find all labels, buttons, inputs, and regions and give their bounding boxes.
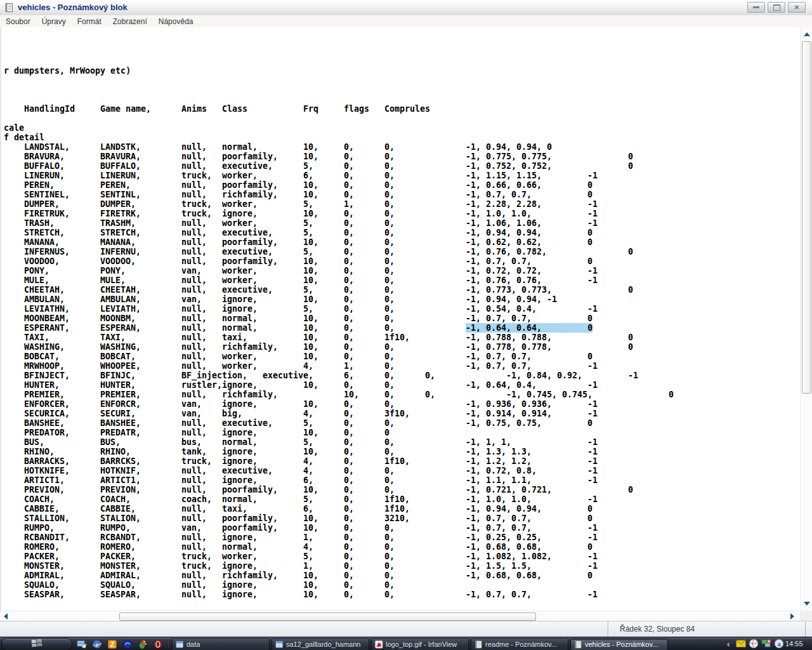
messenger-icon[interactable]	[122, 639, 133, 649]
menu-item-0[interactable]: Soubor	[0, 16, 36, 27]
editor-line: BFINJECT,BFINJC,BF_injection,executive,6…	[4, 371, 800, 380]
editor-line: BANSHEE,BANSHEE,null,executive,5,0,0,-1,…	[4, 418, 800, 428]
editor-line: INFERNUS,INFERNU,null,executive,5,0,0,-1…	[4, 247, 800, 256]
svg-text:e: e	[95, 640, 98, 647]
editor-line: TAXI,TAXI,null,taxi,10,0,1f10,-1, 0.788,…	[4, 333, 800, 342]
taskbar-button-label: data	[187, 639, 266, 649]
text-editor[interactable]: r dumpsters, MrWoopy etc)HandlingIdGame …	[0, 27, 801, 611]
maximize-button[interactable]	[768, 2, 785, 13]
editor-line: HOTKNIFE,HOTKNIF,null,executive,4,0,0,-1…	[4, 466, 800, 475]
svg-text:a: a	[777, 640, 781, 647]
editor-line: RUMPO,RUMPO,van,poorfamily,10,0,0,-1, 0.…	[4, 523, 800, 533]
horizontal-scrollbar-thumb[interactable]	[119, 613, 536, 621]
editor-line: PREDATOR,PREDATR,null,ignore,10,0,0	[4, 428, 800, 437]
editor-line: CHEETAH,CHEETAH,null,executive,5,0,0,-1,…	[4, 285, 800, 295]
notepad-icon	[4, 3, 14, 13]
menu-item-1[interactable]: Úpravy	[36, 16, 72, 27]
editor-line: STRETCH,STRETCH,null,executive,5,0,0,-1,…	[4, 228, 800, 237]
editor-line: BARRACKS,BARRCKS,truck,ignore,4,0,1f10,-…	[4, 456, 800, 466]
mail-icon[interactable]	[736, 639, 746, 649]
taskbar-button-0[interactable]: data	[172, 639, 270, 650]
close-button[interactable]: ✕	[788, 2, 806, 13]
taskbar-button-1[interactable]: sa12_galllardo_hamann	[272, 639, 369, 650]
scroll-left-icon[interactable]	[4, 613, 8, 620]
folder-icon	[175, 640, 183, 648]
selected-text: -1, 0.64, 0.64, 0	[466, 323, 593, 333]
editor-line: BUFFALO,BUFFALO,null,executive,5,0,0,-1,…	[4, 161, 800, 171]
taskbar-separator	[169, 640, 169, 648]
editor-line: MRWHOOP,WHOOPEE,null,worker,4,1,0,-1, 0.…	[4, 361, 800, 371]
taskbar: eZ datasa12_galllardo_hamannlogo_top.gif…	[0, 637, 812, 650]
minimize-button[interactable]	[747, 2, 765, 13]
tray-collapse-icon[interactable]: ‹	[727, 638, 730, 650]
editor-line: VOODOO,VOODOO,null,poorfamily,10,0,0,-1,…	[4, 256, 800, 266]
editor-text: r dumpsters, MrWoopy etc)HandlingIdGame …	[4, 28, 800, 610]
menu-item-2[interactable]: Formát	[72, 16, 107, 27]
vertical-scrollbar-thumb[interactable]	[802, 41, 811, 394]
editor-line: SEASPAR,SEASPAR,null,ignore,10,0,0,-1, 0…	[4, 590, 800, 599]
show-desktop-icon[interactable]	[76, 639, 87, 649]
parrot-icon[interactable]	[137, 639, 148, 649]
vertical-scrollbar[interactable]	[800, 27, 812, 611]
editor-line: SECURICA,SECURI,van,big,4,0,3f10,-1, 0.9…	[4, 409, 800, 418]
desktop: vehicles - Poznámkový blok ✕ SouborÚprav…	[0, 0, 812, 650]
notepad-icon	[573, 640, 582, 648]
scroll-down-icon[interactable]	[804, 602, 810, 606]
editor-line: ENFORCER,ENFORCR,van,ignore,10,0,0,-1, 0…	[4, 399, 800, 409]
window-title: vehicles - Poznámkový blok	[18, 3, 128, 12]
windows-logo-icon	[31, 638, 43, 650]
avg-icon[interactable]: a	[774, 639, 784, 649]
minimize-icon	[753, 6, 759, 8]
taskbar-button-2[interactable]: logo_top.gif - IrfanView	[371, 639, 469, 650]
messenger-ball-icon[interactable]	[749, 639, 759, 649]
editor-line: WASHING,WASHING,null,richfamily,10,0,0,-…	[4, 342, 800, 352]
editor-line: SQUALO,SQUALO,null,ignore,10,0,0,	[4, 580, 800, 590]
editor-line: MULE,MULE,null,worker,10,0,0,-1, 0.76, 0…	[4, 275, 800, 285]
editor-line: CABBIE,CABBIE,null,taxi,6,0,1f10,-1, 0.9…	[4, 504, 800, 514]
editor-line: SENTINEL,SENTINL,null,richfamily,10,0,0,…	[4, 190, 800, 199]
editor-line: LANDSTAL,LANDSTK,null,normal,10,0,0,-1, …	[4, 142, 800, 152]
scroll-right-icon[interactable]	[790, 613, 794, 620]
zoner-icon[interactable]: Z	[107, 639, 117, 649]
editor-line: r dumpsters, MrWoopy etc)	[4, 66, 800, 76]
editor-line: FIRETRUK,FIRETRK,truck,ignore,10,0,0,-1,…	[4, 209, 800, 218]
menu-item-4[interactable]: Nápověda	[153, 16, 199, 27]
editor-line: PONY,PONY,van,worker,10,0,0,-1, 0.72, 0.…	[4, 266, 800, 275]
maximize-icon	[773, 4, 780, 11]
title-bar[interactable]: vehicles - Poznámkový blok ✕	[0, 0, 812, 16]
editor-line: HandlingIdGame name,AnimsClassFrqflagsCo…	[4, 104, 800, 114]
network-error-icon[interactable]	[761, 639, 771, 649]
start-button[interactable]	[1, 638, 72, 650]
taskbar-button-4[interactable]: vehicles - Poznámkov...	[570, 639, 668, 650]
internet-explorer-icon[interactable]: e	[91, 639, 102, 649]
close-icon: ✕	[794, 4, 799, 11]
editor-line: MANANA,MANANA,null,poorfamily,10,0,0,-1,…	[4, 237, 800, 247]
editor-line: TRASH,TRASHM,null,worker,5,0,0,-1, 1.06,…	[4, 218, 800, 228]
editor-line: BUS,BUS,bus,normal,5,0,0,-1, 1, 1,-1	[4, 437, 800, 447]
horizontal-scrollbar[interactable]	[0, 611, 800, 621]
editor-line: MOONBEAM,MOONBM,null,normal,10,0,0,-1, 0…	[4, 314, 800, 323]
editor-line: AMBULAN,AMBULAN,van,ignore,10,0,0,-1, 0.…	[4, 295, 800, 304]
status-bar: Řádek 32, Sloupec 84	[0, 621, 812, 637]
editor-line: DUMPER,DUMPER,truck,worker,5,1,0,-1, 2.2…	[4, 199, 800, 209]
editor-line: ROMERO,ROMERO,null,normal,4,0,0,-1, 0.68…	[4, 542, 800, 552]
editor-line: HUNTER,HUNTER,rustler,ignore,10,0,0,-1, …	[4, 380, 800, 390]
opera-icon[interactable]	[152, 639, 163, 649]
window-controls: ✕	[747, 2, 806, 13]
editor-line: BOBCAT,BOBCAT,null,worker,10,0,0,-1, 0.7…	[4, 352, 800, 361]
editor-line: LEVIATHN,LEVIATH,null,ignore,5,0,0,-1, 0…	[4, 304, 800, 314]
editor-line: COACH,COACH,coach,normal,5,0,1f10,-1, 1.…	[4, 494, 800, 504]
editor-line: cale	[4, 123, 800, 133]
notepad-icon	[474, 640, 482, 648]
taskbar-clock[interactable]: 14:55	[785, 637, 803, 650]
editor-line: BRAVURA,BRAVURA,null,poorfamily,10,0,0,-…	[4, 152, 800, 161]
editor-line: RHINO,RHINO,tank,ignore,10,0,0,-1, 1.3, …	[4, 447, 800, 456]
editor-line: ARTICT1,ARTICT1,null,ignore,6,0,0,-1, 1.…	[4, 475, 800, 485]
scroll-up-icon[interactable]	[804, 32, 810, 36]
menu-bar: SouborÚpravyFormátZobrazeníNápověda	[0, 15, 812, 28]
editor-line: LINERUN,LINERUN,truck,worker,6,0,0,-1, 1…	[4, 171, 800, 180]
taskbar-button-label: logo_top.gif - IrfanView	[386, 639, 466, 649]
editor-line: PREVION,PREVION,null,poorfamily,10,0,0,-…	[4, 485, 800, 494]
taskbar-button-3[interactable]: readme - Poznámkov...	[471, 639, 568, 650]
menu-item-3[interactable]: Zobrazení	[107, 16, 153, 27]
